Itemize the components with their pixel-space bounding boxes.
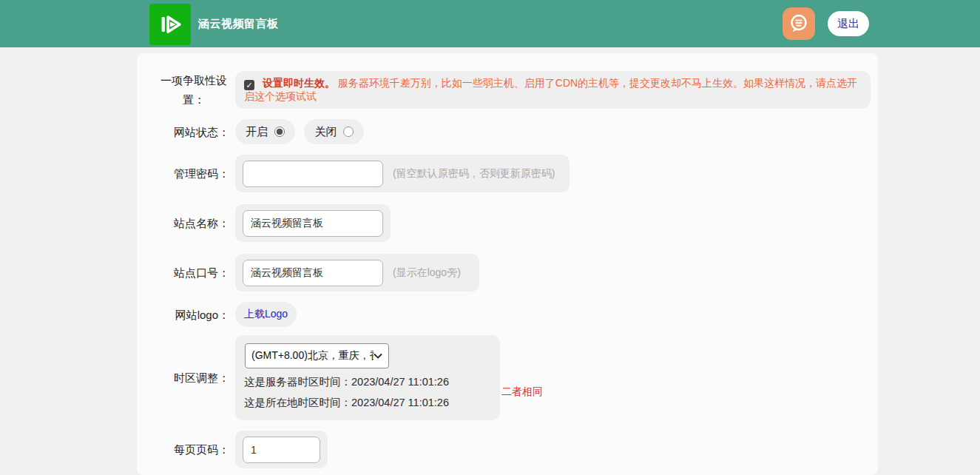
local-time-line: 这是所在地时区时间：2023/04/27 11:01:26 — [244, 396, 491, 410]
timezone-label: 时区调整： — [158, 368, 229, 388]
site-name-field-box — [235, 204, 391, 242]
admin-password-field-box: (留空默认原密码，否则更新原密码) — [235, 155, 570, 192]
status-off-option[interactable]: 关闭 — [304, 119, 364, 144]
status-off-radio[interactable] — [343, 127, 354, 137]
timezone-box: (GMT+8.00)北京，重庆，香港特别行政区，乌鲁木齐 这是服务器时区时间：2… — [235, 335, 500, 420]
status-on-radio[interactable] — [274, 127, 285, 137]
timezone-selected-option: (GMT+8.00)北京，重庆，香港特别行政区，乌鲁木齐 — [251, 349, 374, 363]
site-status-label: 网站状态： — [158, 123, 229, 142]
chevron-down-icon — [374, 353, 382, 359]
site-name-label: 站点名称： — [158, 214, 229, 233]
admin-password-input[interactable] — [243, 161, 383, 187]
site-slogan-field-box: (显示在logo旁) — [235, 254, 479, 292]
settings-card: 一项争取性设置： ✓ 设置即时生效。 服务器环境千差万别，比如一些弱主机、启用了… — [137, 53, 878, 475]
page-size-label: 每页页码： — [158, 440, 229, 459]
status-off-label: 关闭 — [314, 125, 337, 139]
row-instant-setting: 一项争取性设置： ✓ 设置即时生效。 服务器环境千差万别，比如一些弱主机、启用了… — [137, 71, 878, 109]
messages-button[interactable] — [783, 7, 815, 40]
status-on-label: 开启 — [246, 125, 268, 139]
instant-setting-notice: ✓ 设置即时生效。 服务器环境千差万别，比如一些弱主机、启用了CDN的主机等，提… — [235, 71, 871, 109]
row-site-logo: 网站logo： 上载Logo — [137, 302, 878, 327]
timezone-select[interactable]: (GMT+8.00)北京，重庆，香港特别行政区，乌鲁木齐 — [245, 343, 389, 368]
timezone-same-note: 二者相同 — [501, 385, 543, 399]
chat-bubble-icon — [788, 13, 810, 35]
site-slogan-label: 站点口号： — [158, 263, 229, 283]
site-logo-upload-box: 上载Logo — [235, 302, 297, 327]
site-logo-label: 网站logo： — [158, 306, 229, 325]
instant-setting-checkbox[interactable]: ✓ — [244, 80, 254, 90]
row-admin-password: 管理密码： (留空默认原密码，否则更新原密码) — [137, 155, 878, 192]
row-page-size: 每页页码： — [137, 431, 878, 468]
site-slogan-input[interactable] — [243, 260, 383, 286]
upload-logo-link[interactable]: 上载Logo — [244, 308, 288, 321]
site-name-input[interactable] — [243, 210, 383, 237]
notice-strong-text: 设置即时生效。 — [263, 77, 335, 89]
row-timezone: 时区调整： (GMT+8.00)北京，重庆，香港特别行政区，乌鲁木齐 这是服务器… — [137, 335, 878, 420]
site-slogan-hint: (显示在logo旁) — [393, 266, 461, 280]
site-status-options: 开启 关闭 — [235, 119, 364, 144]
page-size-field-box — [235, 431, 328, 468]
logout-button[interactable]: 退出 — [828, 11, 869, 36]
page-size-input[interactable] — [243, 437, 320, 463]
app-header: 涵云视频留言板 退出 — [0, 0, 980, 47]
row-site-name: 站点名称： — [137, 204, 878, 242]
notice-body-text: 服务器环境千差万别，比如一些弱主机、启用了CDN的主机等，提交更改却不马上生效。… — [244, 77, 857, 102]
server-time-line: 这是服务器时区时间：2023/04/27 11:01:26 — [244, 375, 491, 389]
play-logo-icon — [155, 10, 185, 39]
row-site-slogan: 站点口号： (显示在logo旁) — [137, 254, 878, 292]
admin-password-hint: (留空默认原密码，否则更新原密码) — [393, 167, 555, 181]
status-on-option[interactable]: 开启 — [235, 119, 295, 144]
admin-password-label: 管理密码： — [158, 164, 229, 183]
app-logo[interactable] — [149, 4, 191, 45]
row-site-status: 网站状态： 开启 关闭 — [137, 119, 878, 144]
instant-setting-label: 一项争取性设置： — [158, 71, 229, 109]
site-title: 涵云视频留言板 — [198, 17, 279, 31]
